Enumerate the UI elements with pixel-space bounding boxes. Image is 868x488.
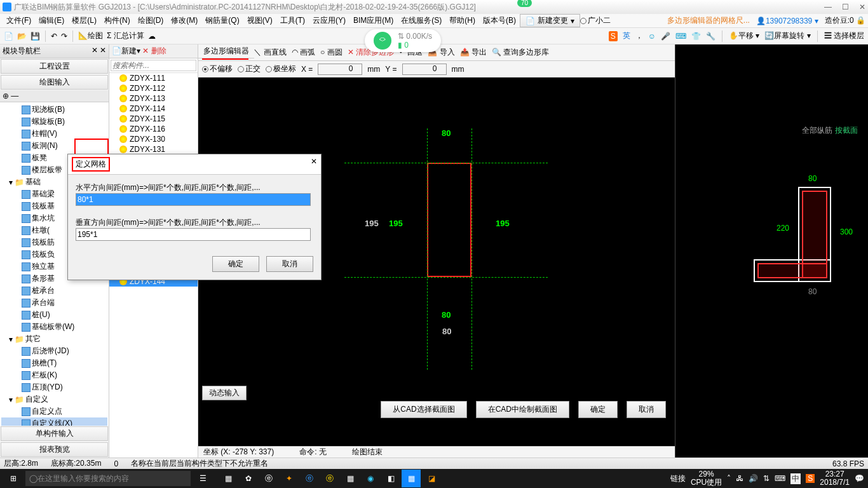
x-input[interactable]: 0	[318, 64, 362, 75]
tb-app[interactable]: ✦	[280, 470, 299, 487]
save-icon[interactable]: 💾	[31, 32, 40, 41]
cloud-check-icon[interactable]: ☁	[148, 32, 156, 41]
draw-line-button[interactable]: ＼ 画直线	[254, 47, 286, 58]
ime-label[interactable]: 英	[623, 30, 630, 41]
tree-item[interactable]: 桩(U)	[1, 309, 107, 321]
query-button[interactable]: 🔍 查询多边形库	[492, 47, 549, 58]
keyboard-icon[interactable]: ⌨	[675, 32, 686, 41]
tree-group-zdy[interactable]: ▾ 📁 自定义	[1, 393, 107, 405]
menu-draw[interactable]: 绘图(D)	[134, 14, 168, 27]
mic-icon[interactable]: 🎤	[661, 32, 670, 41]
rotate-button[interactable]: 🔄屏幕旋转 ▾	[764, 30, 810, 41]
open-icon[interactable]: 📂	[17, 32, 27, 41]
radio-ortho[interactable]: 正交	[238, 64, 261, 74]
tb-app[interactable]: ▦	[341, 470, 360, 487]
emoji-icon[interactable]: ☺	[648, 32, 656, 41]
menu-modify[interactable]: 修改(M)	[167, 14, 201, 27]
tree-item-selected[interactable]: 自定义线(X)	[1, 417, 107, 426]
tray-up-icon[interactable]: ˄	[727, 474, 731, 483]
menu-edit[interactable]: 编辑(E)	[35, 14, 68, 27]
tb-app[interactable]: ⓔ	[300, 470, 319, 487]
tree-item[interactable]: 压顶(YD)	[1, 381, 107, 393]
tree-mode-icons[interactable]: ⊕ —	[0, 90, 109, 102]
skin-icon[interactable]: 👕	[691, 32, 701, 41]
radio-offset[interactable]: 不偏移	[202, 64, 233, 74]
tree-item[interactable]: 螺旋板(B)	[1, 116, 107, 128]
tray-wifi-icon[interactable]: ⇅	[763, 474, 770, 483]
draw-button[interactable]: 📐绘图	[78, 30, 103, 41]
tb-app[interactable]: ✿	[239, 470, 258, 487]
ime-indicator[interactable]: 中	[790, 473, 801, 484]
menu-component[interactable]: 构件(N)	[100, 14, 134, 27]
pan-button[interactable]: ✋平移 ▾	[729, 30, 759, 41]
tip-text[interactable]: 多边形编辑器的网格尺...	[667, 15, 750, 26]
cad-draw-button[interactable]: 在CAD中绘制截面图	[476, 401, 569, 418]
tb-app[interactable]: ▦	[402, 470, 421, 487]
search-input[interactable]	[111, 60, 196, 71]
tray-input-icon[interactable]: ⌨	[775, 474, 785, 483]
dynamic-input-button[interactable]: 动态输入	[202, 386, 247, 400]
maximize-icon[interactable]: ☐	[842, 3, 849, 11]
menu-view[interactable]: 视图(V)	[243, 14, 276, 27]
tray-volume-icon[interactable]: 🔊	[749, 474, 758, 483]
proj-setting-button[interactable]: 工程设置	[1, 59, 108, 74]
list-item[interactable]: ZDYX-111	[109, 73, 198, 83]
notification-icon[interactable]: 💬	[855, 474, 864, 483]
menu-rebar[interactable]: 钢筋量(Q)	[201, 14, 243, 27]
draw-arc-button[interactable]: ◠ 画弧	[292, 47, 315, 58]
list-item[interactable]: ZDYX-116	[109, 124, 198, 134]
sogou-tray-icon[interactable]: S	[806, 474, 815, 483]
new-change-button[interactable]: 📄新建变更 ▾	[520, 14, 580, 27]
report-preview-button[interactable]: 报表预览	[1, 442, 108, 457]
v-spacing-input[interactable]	[76, 228, 311, 241]
menu-online[interactable]: 在线服务(S)	[397, 14, 445, 27]
menu-cloud[interactable]: 云应用(Y)	[309, 14, 349, 27]
task-view-icon[interactable]: ☰	[193, 469, 212, 488]
delete-item-button[interactable]: ✕ 删除	[142, 46, 166, 55]
list-item[interactable]: ZDYX-130	[109, 134, 198, 144]
sum-button[interactable]: Σ 汇总计算	[107, 30, 144, 41]
tree-item[interactable]: 自定义点	[1, 405, 107, 417]
y-input[interactable]: 0	[402, 64, 447, 75]
h-spacing-input[interactable]	[76, 193, 311, 206]
undo-icon[interactable]: ↶	[51, 32, 57, 41]
draw-circle-button[interactable]: ○ 画圆	[320, 47, 342, 58]
dialog-cancel-button[interactable]: 取消	[266, 256, 313, 272]
tb-app[interactable]: ◉	[361, 470, 380, 487]
export-button[interactable]: 📤 导出	[460, 47, 487, 58]
select-floor-button[interactable]: ☰ 选择楼层	[824, 30, 864, 41]
tb-app[interactable]: ⓔ	[320, 470, 339, 487]
tree-item[interactable]: 板洞(N)	[1, 140, 107, 152]
tree-item[interactable]: 基础板带(W)	[1, 321, 107, 333]
list-item[interactable]: ZDYX-115	[109, 114, 198, 124]
tree-item[interactable]: 挑檐(T)	[1, 357, 107, 369]
radio-polar[interactable]: 极坐标	[266, 64, 296, 74]
start-button[interactable]: ⊞	[4, 469, 23, 488]
tray-network-icon[interactable]: 🖧	[736, 474, 743, 483]
dialog-ok-button[interactable]: 确定	[212, 256, 259, 272]
cortana-search[interactable]: ◯ 在这里输入你要搜索的内容	[25, 471, 191, 486]
menu-help[interactable]: 帮助(H)	[445, 14, 479, 27]
list-item[interactable]: ZDYX-113	[109, 93, 198, 104]
tree-item[interactable]: 现浇板(B)	[1, 104, 107, 116]
minimize-icon[interactable]: —	[824, 3, 832, 11]
menu-tools[interactable]: 工具(T)	[276, 14, 309, 27]
tb-app[interactable]: ▦	[219, 470, 238, 487]
tree-item[interactable]: 承台端	[1, 297, 107, 309]
cad-select-button[interactable]: 从CAD选择截面图	[381, 401, 466, 418]
menu-file[interactable]: 文件(F)	[3, 14, 35, 27]
list-item[interactable]: ZDYX-131	[109, 144, 198, 154]
phone-link[interactable]: 👤13907298339 ▾	[756, 17, 818, 25]
redo-icon[interactable]: ↷	[61, 32, 67, 41]
wrench-icon[interactable]: 🔧	[706, 32, 715, 41]
sogou-icon[interactable]: S	[609, 31, 618, 41]
tb-app[interactable]: ⓔ	[259, 470, 278, 487]
tree-group-qita[interactable]: ▾ 📁 其它	[1, 333, 107, 345]
close-icon[interactable]: ✕	[859, 3, 865, 11]
list-item[interactable]: ZDYX-112	[109, 83, 198, 93]
unit-input-button[interactable]: 单构件输入	[1, 426, 108, 441]
menu-version[interactable]: 版本号(B)	[479, 14, 520, 27]
tree-item[interactable]: 后浇带(JD)	[1, 345, 107, 357]
new-item-button[interactable]: 📄新建▾	[112, 46, 140, 55]
dialog-close-icon[interactable]: ✕	[311, 157, 317, 172]
